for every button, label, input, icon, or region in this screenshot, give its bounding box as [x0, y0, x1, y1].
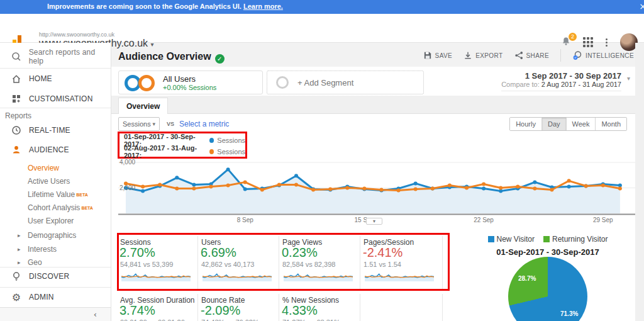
sidebar-item-user-explorer[interactable]: User Explorer — [0, 215, 111, 227]
collapse-sidebar-icon[interactable]: ‹ — [94, 310, 97, 319]
sidebar-item-interests[interactable]: ▸ Interests — [0, 243, 111, 256]
legend-swatch-green-icon — [543, 236, 550, 242]
svg-text:8 Sep: 8 Sep — [237, 217, 254, 223]
expand-arrow-icon: ▸ — [18, 232, 21, 239]
sidebar-item-active-users[interactable]: Active Users — [0, 175, 111, 188]
granularity-week[interactable]: Week — [566, 118, 596, 130]
app-header: http://www.swoonworthy.co.uk www.swoonwo… — [0, 14, 644, 43]
pie-value-new: 71.3% — [560, 310, 578, 317]
beta-badge: BETA — [76, 193, 88, 197]
granularity-month[interactable]: Month — [595, 118, 626, 130]
date-range-picker[interactable]: 1 Sep 2017 - 30 Sep 2017 Compare to: 2 A… — [501, 71, 621, 91]
metric-card-avg-session-duration[interactable]: Avg. Session Duration 3.74% 00:01:29 vs … — [118, 291, 197, 321]
sidebar-footer: ‹ — [0, 307, 111, 321]
sessions-line-chart[interactable]: 2,0004,0008 Sep15 Sep22 Sep29 Sep — [118, 157, 635, 224]
pie-title: 01-Sep-2017 - 30-Sep-2017 — [485, 247, 611, 257]
legend-new-visitor: New Visitor — [488, 235, 535, 244]
announcement-banner: Improvements are coming soon to the Goog… — [0, 0, 644, 14]
legend-swatch-blue-icon — [488, 236, 494, 242]
sidebar-item-overview[interactable]: Overview — [0, 162, 111, 174]
reports-section-label: Reports — [5, 111, 31, 120]
legend-returning-visitor: Returning Visitor — [543, 235, 608, 244]
sidebar-item-audience[interactable]: AUDIENCE — [0, 144, 111, 156]
select-metric-link[interactable]: Select a metric — [179, 120, 229, 128]
series-dot-blue-icon — [209, 138, 214, 143]
tab-overview[interactable]: Overview — [118, 98, 168, 114]
search-icon — [10, 51, 23, 62]
expand-arrow-icon: ▸ — [18, 259, 21, 266]
report-panel: Sessions ▾ VS Select a metric Hourly Day… — [111, 114, 635, 321]
verified-shield-icon: ✓ — [215, 54, 225, 64]
share-icon — [514, 51, 523, 60]
search-placeholder: Search reports and help — [29, 48, 111, 65]
granularity-day[interactable]: Day — [541, 118, 566, 130]
announcement-message: Improvements are coming soon to the Goog… — [47, 3, 242, 10]
vs-label: VS — [167, 121, 174, 127]
legend-annotation-box: 01-Sep-2017 - 30-Sep-2017: Sessions 02-A… — [118, 132, 247, 159]
granularity-toggle: Hourly Day Week Month — [509, 117, 627, 131]
sidebar-item-cohort-analysis[interactable]: Cohort Analysis BETA — [0, 201, 111, 214]
announcement-text: Improvements are coming soon to the Goog… — [47, 3, 283, 10]
svg-text:22 Sep: 22 Sep — [474, 217, 494, 223]
svg-text:29 Sep: 29 Sep — [593, 217, 613, 223]
beta-badge: BETA — [81, 206, 93, 210]
segment-bar: All Users +0.00% Sessions + Add Segment … — [111, 67, 635, 96]
metric-card-new-sessions[interactable]: % New Sessions 4.33% 71.27% vs 68.31% — [280, 291, 360, 321]
report-header: Audience Overview✓ SAVE EXPORT SHARE INT… — [111, 43, 644, 67]
svg-text:4,000: 4,000 — [119, 159, 135, 166]
date-range-compare: Compare to: 2 Aug 2017 - 31 Aug 2017 — [501, 81, 621, 88]
save-icon — [423, 51, 432, 60]
scroll-gutter — [635, 43, 644, 321]
svg-text:2,000: 2,000 — [119, 184, 135, 191]
sidebar-item-realtime[interactable]: REAL-TIME — [0, 124, 111, 137]
export-button[interactable]: EXPORT — [464, 51, 502, 60]
download-icon — [464, 51, 472, 60]
close-icon[interactable]: × — [639, 1, 644, 11]
audience-person-icon — [10, 144, 23, 155]
tab-strip: Overview — [111, 96, 635, 114]
chart-collapse-handle[interactable]: ▾ — [366, 218, 382, 225]
page-title: Audience Overview✓ — [118, 51, 225, 64]
visitor-type-block: New Visitor Returning Visitor 01-Sep-201… — [485, 235, 611, 257]
series-dot-orange-icon — [209, 149, 214, 154]
sidebar-item-home[interactable]: HOME — [0, 72, 111, 85]
chevron-down-icon: ▾ — [152, 121, 155, 127]
search-input[interactable]: Search reports and help — [0, 50, 111, 63]
learn-more-link[interactable]: Learn more. — [243, 3, 283, 10]
intelligence-button[interactable]: INTELLIGENCE — [572, 50, 634, 60]
empty-ring-icon — [276, 76, 289, 89]
segment-subtitle: +0.00% Sessions — [163, 84, 216, 91]
save-button[interactable]: SAVE — [423, 51, 453, 60]
segment-all-users[interactable]: All Users +0.00% Sessions — [118, 70, 263, 94]
lightbulb-icon — [10, 271, 23, 282]
pie-legend: New Visitor Returning Visitor — [485, 235, 611, 244]
home-icon — [10, 73, 23, 84]
clock-icon — [10, 125, 23, 136]
metric-card-bounce-rate[interactable]: Bounce Rate -2.09% 74.43% vs 76.02% — [199, 291, 279, 321]
sidebar-item-admin[interactable]: ⚙ ADMIN — [0, 291, 111, 303]
legend-row-compare: 02-Aug-2017 - 31-Aug-2017: Sessions — [124, 147, 245, 156]
legend-row-current: 01-Sep-2017 - 30-Sep-2017: Sessions — [124, 136, 245, 145]
date-range-primary: 1 Sep 2017 - 30 Sep 2017 — [501, 71, 621, 81]
sidebar: Search reports and help HOME CUSTOMISATI… — [0, 43, 111, 321]
segment-ring-icon — [138, 75, 155, 91]
share-button[interactable]: SHARE — [514, 51, 549, 60]
expand-arrow-icon: ▸ — [18, 246, 21, 252]
customisation-icon — [10, 93, 23, 104]
gear-icon: ⚙ — [10, 291, 23, 303]
property-url: http://www.swoonworthy.co.uk — [39, 31, 114, 38]
sidebar-item-demographics[interactable]: ▸ Demographics — [0, 229, 111, 242]
add-segment-button[interactable]: + Add Segment — [267, 70, 424, 94]
granularity-hourly[interactable]: Hourly — [510, 118, 541, 130]
metrics-annotation-box — [117, 233, 450, 291]
sidebar-item-discover[interactable]: DISCOVER — [0, 270, 111, 283]
pie-value-returning: 28.7% — [518, 275, 536, 282]
segment-title: All Users — [163, 74, 196, 84]
google-analytics-screen: Improvements are coming soon to the Goog… — [0, 0, 644, 321]
notification-badge: 2 — [569, 33, 577, 41]
sidebar-item-customisation[interactable]: CUSTOMISATION — [0, 93, 111, 105]
intelligence-icon — [572, 50, 582, 60]
sidebar-item-lifetime-value[interactable]: Lifetime Value BETA — [0, 188, 111, 201]
metric-selector[interactable]: Sessions ▾ — [118, 117, 160, 131]
chevron-down-icon: ▾ — [627, 75, 630, 82]
